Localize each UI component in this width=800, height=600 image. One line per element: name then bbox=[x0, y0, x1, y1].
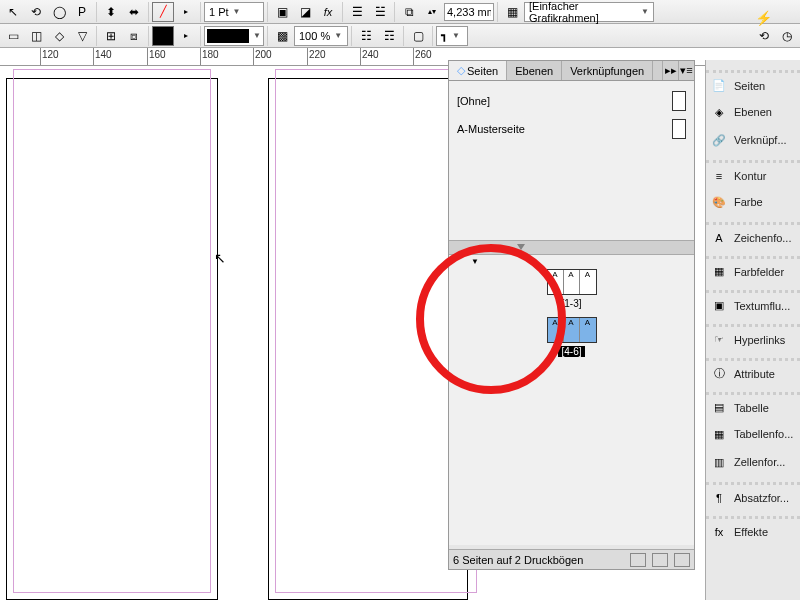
t2-i[interactable]: ☶ bbox=[378, 26, 400, 46]
tool-path[interactable]: P bbox=[71, 2, 93, 22]
stroke-width-value: 1 Pt bbox=[209, 6, 229, 18]
panel-btn-effekte[interactable]: fxEffekte bbox=[706, 516, 800, 544]
btn-textalign1[interactable]: ☰ bbox=[346, 2, 368, 22]
t2-j[interactable]: ▢ bbox=[407, 26, 429, 46]
frame-type-combo[interactable]: [Einfacher Grafikrahmen] ▼ bbox=[524, 2, 654, 22]
master-ohne[interactable]: [Ohne] bbox=[453, 87, 690, 115]
tool-refresh[interactable]: ⟲ bbox=[25, 2, 47, 22]
panel-btn-textumfluss-label: Textumflu... bbox=[734, 300, 790, 312]
panel-btn-seiten[interactable]: 📄Seiten bbox=[706, 70, 800, 98]
panel-btn-kontur[interactable]: ≡Kontur bbox=[706, 160, 800, 188]
panel-btn-absatz[interactable]: ¶Absatzfor... bbox=[706, 482, 800, 510]
btn-fx[interactable]: fx bbox=[317, 2, 339, 22]
attribute-icon: ⓘ bbox=[710, 366, 728, 382]
tool-align1[interactable]: ⬍ bbox=[100, 2, 122, 22]
corner-combo[interactable]: ┓ ▼ bbox=[436, 26, 468, 46]
stroke-swatch-combo[interactable]: ▼ bbox=[204, 26, 264, 46]
ruler-tick-260: 260 bbox=[415, 49, 432, 60]
arrow-small[interactable]: ▸ bbox=[175, 2, 197, 22]
btn-textalign2[interactable]: ☱ bbox=[369, 2, 391, 22]
panel-collapse[interactable]: ▸▸ bbox=[662, 61, 678, 80]
tool-align2[interactable]: ⬌ bbox=[123, 2, 145, 22]
panel-btn-verknuepf[interactable]: 🔗Verknüpf... bbox=[706, 126, 800, 154]
pages-list: ▼ A A A [1-3] A A A [4-6] bbox=[449, 255, 694, 545]
stroke-none-icon[interactable]: ╱ bbox=[152, 2, 174, 22]
tab-seiten[interactable]: ◇Seiten bbox=[449, 61, 507, 80]
status-btn-delete[interactable] bbox=[674, 553, 690, 567]
page-left[interactable] bbox=[6, 78, 218, 600]
panel-btn-zellenformat[interactable]: ▥Zellenfor... bbox=[706, 448, 800, 476]
layers-icon: ◈ bbox=[710, 104, 728, 120]
stroke-width-combo[interactable]: 1 Pt ▼ bbox=[204, 2, 264, 22]
document-canvas[interactable] bbox=[0, 66, 448, 600]
chevron-down-icon: ▼ bbox=[641, 7, 649, 16]
chevron-down-icon: ▼ bbox=[233, 7, 241, 16]
page-thumb-3[interactable]: A bbox=[580, 270, 596, 294]
fill-swatch[interactable] bbox=[152, 26, 174, 46]
corner-icon: ┓ bbox=[441, 29, 448, 42]
page-thumb-5[interactable]: A bbox=[564, 318, 580, 342]
panel-btn-attribute[interactable]: ⓘAttribute bbox=[706, 358, 800, 386]
status-btn-1[interactable] bbox=[630, 553, 646, 567]
pages-panel: ◇Seiten Ebenen Verknüpfungen ▸▸ ▾≡ [Ohne… bbox=[448, 60, 695, 570]
btn-crop[interactable]: ⧉ bbox=[398, 2, 420, 22]
panel-btn-kontur-label: Kontur bbox=[734, 170, 766, 182]
page-thumb-2[interactable]: A bbox=[564, 270, 580, 294]
panel-btn-farbe[interactable]: 🎨Farbe bbox=[706, 188, 800, 216]
t2-g[interactable]: ▩ bbox=[271, 26, 293, 46]
panel-btn-ebenen[interactable]: ◈Ebenen bbox=[706, 98, 800, 126]
panel-btn-farbe-label: Farbe bbox=[734, 196, 763, 208]
chevron-down-icon: ▼ bbox=[452, 31, 460, 40]
page-thumb-1[interactable]: A bbox=[548, 270, 564, 294]
page-thumb-6[interactable]: A bbox=[580, 318, 596, 342]
master-a[interactable]: A-Musterseite bbox=[453, 115, 690, 143]
char-icon: A bbox=[710, 230, 728, 246]
stroke-swatch bbox=[207, 29, 249, 43]
panel-btn-farbfelder[interactable]: ▦Farbfelder bbox=[706, 256, 800, 284]
panel-btn-zeichen[interactable]: AZeichenfo... bbox=[706, 222, 800, 250]
panel-btn-textumfluss[interactable]: ▣Textumflu... bbox=[706, 290, 800, 318]
fx-icon: fx bbox=[710, 524, 728, 540]
spread-marker: ▼ bbox=[471, 257, 479, 266]
panel-btn-verk-label: Verknüpf... bbox=[734, 134, 787, 146]
dim-input[interactable] bbox=[444, 3, 494, 21]
ruler-tick-180: 180 bbox=[202, 49, 219, 60]
panel-btn-tabelle[interactable]: ▤Tabelle bbox=[706, 392, 800, 420]
status-btn-new[interactable] bbox=[652, 553, 668, 567]
ruler-tick-200: 200 bbox=[255, 49, 272, 60]
frame-opts-icon[interactable]: ▦ bbox=[501, 2, 523, 22]
zoom-combo[interactable]: 100 % ▼ bbox=[294, 26, 348, 46]
arrow-small2[interactable]: ▸ bbox=[175, 26, 197, 46]
t2-h[interactable]: ☷ bbox=[355, 26, 377, 46]
t2-e[interactable]: ⊞ bbox=[100, 26, 122, 46]
panel-btn-hyperlinks[interactable]: ☞Hyperlinks bbox=[706, 324, 800, 352]
pages-divider[interactable] bbox=[449, 241, 694, 255]
panel-btn-zellen-label: Zellenfor... bbox=[734, 456, 785, 468]
spread-4-6[interactable]: A A A [4-6] bbox=[449, 317, 694, 357]
tab-ebenen-label: Ebenen bbox=[515, 65, 553, 77]
tab-verk-label: Verknüpfungen bbox=[570, 65, 644, 77]
btn-b[interactable]: ◪ bbox=[294, 2, 316, 22]
spread-1-3[interactable]: A A A [1-3] bbox=[449, 269, 694, 309]
t2-c[interactable]: ◇ bbox=[48, 26, 70, 46]
links-icon: 🔗 bbox=[710, 132, 728, 148]
panel-btn-tabelle-label: Tabelle bbox=[734, 402, 769, 414]
t2-l[interactable]: ◷ bbox=[776, 26, 798, 46]
page-right[interactable] bbox=[268, 78, 468, 600]
t2-b[interactable]: ◫ bbox=[25, 26, 47, 46]
btn-a[interactable]: ▣ bbox=[271, 2, 293, 22]
mouse-cursor: ↖ bbox=[214, 250, 226, 266]
panel-menu[interactable]: ▾≡ bbox=[678, 61, 694, 80]
t2-d[interactable]: ▽ bbox=[71, 26, 93, 46]
page-thumb-4[interactable]: A bbox=[548, 318, 564, 342]
tool-ellipse[interactable]: ◯ bbox=[48, 2, 70, 22]
panel-btn-tabellenformat[interactable]: ▦Tabellenfo... bbox=[706, 420, 800, 448]
tab-ebenen[interactable]: Ebenen bbox=[507, 61, 562, 80]
tab-verknuepfungen[interactable]: Verknüpfungen bbox=[562, 61, 653, 80]
t2-k[interactable]: ⟲ bbox=[753, 26, 775, 46]
t2-a[interactable]: ▭ bbox=[2, 26, 24, 46]
bolt-icon[interactable]: ⚡ bbox=[755, 10, 772, 26]
t2-f[interactable]: ⧈ bbox=[123, 26, 145, 46]
dim-stepper[interactable]: ▴▾ bbox=[421, 2, 443, 22]
tool-pointer[interactable]: ↖ bbox=[2, 2, 24, 22]
